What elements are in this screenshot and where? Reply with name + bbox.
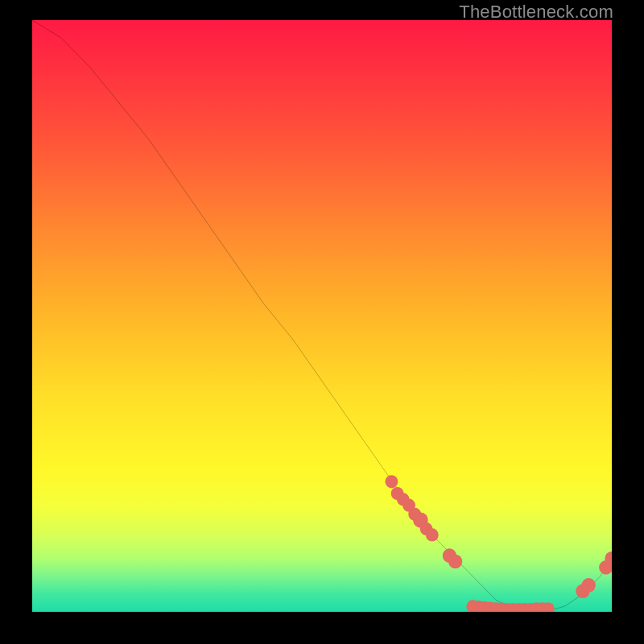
data-marker xyxy=(582,578,596,592)
data-marker xyxy=(448,555,462,569)
chart-frame: TheBottleneck.com xyxy=(0,0,644,644)
plot-area xyxy=(32,20,612,612)
marker-layer xyxy=(32,20,612,612)
marker-group xyxy=(385,475,612,612)
data-marker xyxy=(385,475,398,488)
data-marker xyxy=(426,528,439,541)
